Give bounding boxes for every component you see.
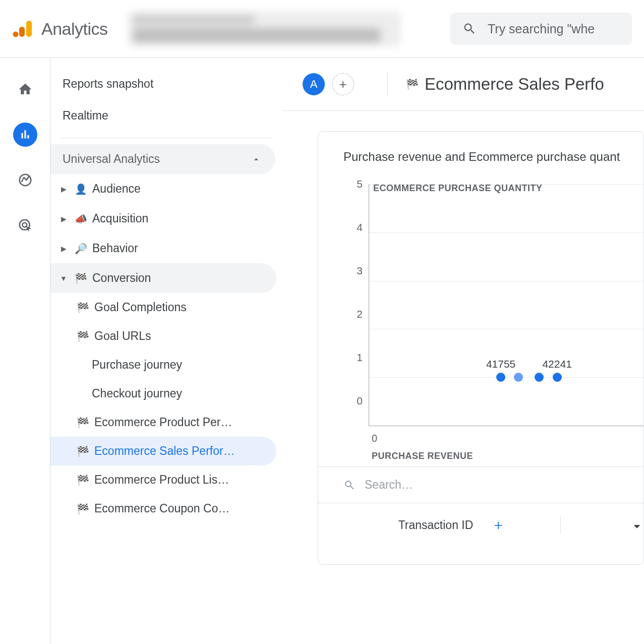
global-search[interactable] [450,13,632,45]
nav-sub-item[interactable]: 🏁Ecommerce Coupon Co… [50,494,276,523]
divider [387,72,388,96]
megaphone-icon: 📣 [75,213,87,225]
nav-sub-item[interactable]: Purchase journey [50,350,276,379]
home-icon [18,82,33,97]
rail-advertising[interactable] [13,213,37,238]
y-tick: 1 [357,352,363,364]
gridline [369,281,643,281]
nav-section-universal-analytics[interactable]: Universal Analytics [50,144,275,174]
y-tick: 5 [357,178,363,190]
nav-sub-label: Ecommerce Product Lis… [94,473,229,487]
data-point[interactable] [496,373,505,382]
nav-sub-item[interactable]: 🏁Goal Completions [50,293,276,322]
caret-right-icon: ▶ [57,185,70,193]
flag-icon: 🏁 [77,330,89,342]
nav-sub-item[interactable]: Checkout journey [50,379,276,408]
caret-right-icon: ▶ [57,245,70,253]
add-segment-button[interactable]: + [332,73,354,95]
flag-icon: 🏁 [77,302,89,314]
data-point-label: 41755 [486,358,515,370]
data-point[interactable] [553,373,562,382]
x-origin-label: 0 [372,433,377,444]
caret-right-icon: ▶ [57,215,70,223]
sort-down-icon[interactable] [630,518,643,532]
col-transaction-id[interactable]: Transaction ID [398,518,474,532]
y-tick: 3 [357,265,363,277]
nav-sub-item[interactable]: 🏁Ecommerce Product Per… [50,408,276,437]
data-point[interactable] [514,373,523,382]
nav-divider [61,138,272,138]
chevron-up-icon [251,154,261,164]
target-click-icon [18,218,33,233]
nav-sub-label: Ecommerce Coupon Co… [94,502,229,515]
nav-sub-label: Checkout journey [92,387,182,400]
flag-icon: 🏁 [77,474,89,486]
nav-reports-snapshot[interactable]: Reports snapshot [50,68,282,100]
scatter-chart[interactable]: 012345 ECOMMERCE PURCHASE QUANTITY 41755… [343,179,643,461]
svg-rect-0 [26,21,32,37]
topbar: Analytics [0,0,644,58]
nav-group-audience[interactable]: ▶ 👤 Audience [50,174,276,204]
chart-card: Purchase revenue and Ecommerce purchase … [318,131,644,565]
nav-sub-item[interactable]: 🏁Ecommerce Product Lis… [50,465,276,494]
property-selector-blurred[interactable] [128,11,400,46]
table-search-input[interactable] [365,478,513,492]
nav-sub-label: Goal Completions [94,301,187,314]
analytics-logo-icon [12,18,34,40]
left-rail [0,58,50,644]
explore-icon [18,172,33,188]
caret-down-icon: ▼ [57,274,70,282]
reports-icon [19,128,32,141]
svg-point-2 [13,32,19,37]
flag-icon: 🏁 [77,417,89,429]
flag-icon: 🏁 [77,503,89,515]
brand-text: Analytics [41,19,108,39]
person-icon: 👤 [75,183,87,195]
nav-sub-label: Ecommerce Product Per… [94,416,232,429]
search-icon [462,22,477,36]
rail-home[interactable] [13,77,37,101]
gridline [369,329,643,329]
svg-rect-1 [19,27,25,37]
svg-point-3 [19,174,31,186]
nav-group-conversion[interactable]: ▼ 🏁 Conversion [50,263,276,293]
chart-y-legend: ECOMMERCE PURCHASE QUANTITY [373,183,543,194]
nav-group-acquisition[interactable]: ▶ 📣 Acquisition [50,204,276,233]
search-input[interactable] [488,22,620,36]
segment-avatar[interactable]: A [303,73,325,95]
nav-sub-item[interactable]: 🏁Goal URLs [50,322,276,350]
add-dimension-button[interactable]: ＋ [491,515,505,535]
gridline [369,184,643,185]
flag-icon: 🏁 [77,445,89,457]
app-logo[interactable]: Analytics [12,18,108,40]
nav-sub-label: Ecommerce Sales Perfor… [94,444,235,458]
chart-card-title: Purchase revenue and Ecommerce purchase … [343,150,643,164]
gridline [369,377,643,378]
rail-explore[interactable] [13,168,37,192]
report-nav: Reports snapshot Realtime Universal Anal… [50,58,282,644]
y-tick: 0 [357,395,363,407]
nav-group-behavior[interactable]: ▶ 🔎 Behavior [50,233,276,263]
y-tick: 2 [357,308,363,320]
nav-sub-label: Purchase journey [92,358,182,372]
table-search-row [318,466,643,503]
data-point-label: 42241 [542,358,571,370]
nav-sub-label: Goal URLs [94,329,151,343]
rail-reports[interactable] [13,123,37,147]
gridline [369,232,643,233]
flag-icon: 🏁 [75,272,87,284]
y-tick: 4 [357,221,363,233]
chart-x-label: PURCHASE REVENUE [372,451,473,461]
report-title: 🏁 Ecommerce Sales Perfo [406,75,604,94]
table-header-row: Transaction ID ＋ [318,503,643,547]
main-content: A + 🏁 Ecommerce Sales Perfo Purchase rev… [282,58,644,644]
data-point[interactable] [535,373,544,382]
flag-icon: 🏁 [406,78,419,90]
report-header: A + 🏁 Ecommerce Sales Perfo [282,58,644,111]
nav-realtime[interactable]: Realtime [50,100,282,132]
magnifier-icon: 🔎 [75,243,87,255]
nav-sub-item[interactable]: 🏁Ecommerce Sales Perfor… [50,437,276,465]
search-icon [343,479,356,491]
